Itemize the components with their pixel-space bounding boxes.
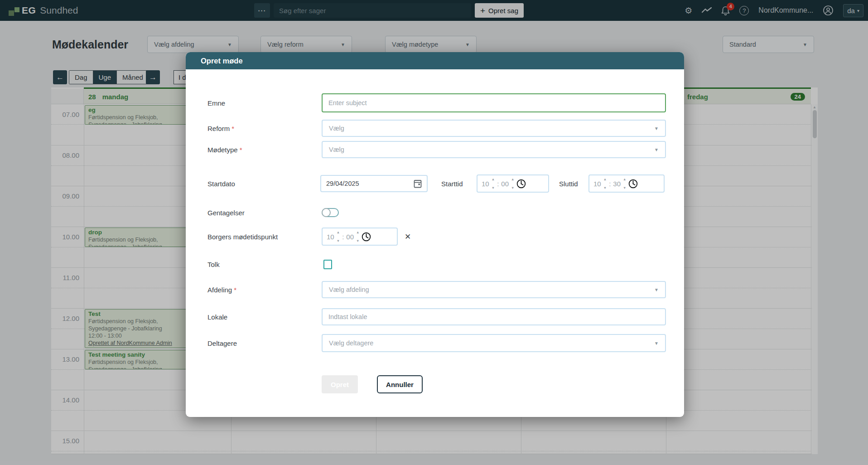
afdeling-placeholder: Vælg afdeling [329, 286, 369, 293]
gentagelser-label: Gentagelser [207, 209, 245, 217]
minute-stepper: ▲▼ [623, 177, 626, 190]
reform-label: Reform* [207, 125, 234, 132]
borgers-hour[interactable]: 10 [327, 233, 334, 241]
create-meeting-modal: Opret møde Emne Reform* Vælg ▼ Mødetype*… [186, 52, 684, 417]
afdeling-dropdown[interactable]: Vælg afdeling ▼ [322, 281, 666, 298]
spin-down-icon[interactable]: ▼ [623, 186, 626, 190]
deltagere-dropdown[interactable]: Vælg deltagere ▼ [322, 334, 666, 352]
chevron-down-icon: ▼ [654, 126, 659, 131]
clock-icon[interactable] [362, 232, 371, 242]
startdato-input[interactable]: 29/04/2025 [320, 175, 428, 192]
modal-title: Opret møde [186, 52, 684, 69]
reform-dropdown[interactable]: Vælg ▼ [322, 120, 666, 137]
spin-down-icon[interactable]: ▼ [511, 186, 514, 190]
field-row-emne: Emne [186, 93, 684, 112]
cancel-button[interactable]: Annuller [377, 375, 423, 393]
time-separator: : [342, 233, 344, 241]
spin-down-icon[interactable]: ▼ [337, 239, 340, 243]
startdato-label: Startdato [207, 180, 235, 188]
field-row-modetype: Mødetype* Vælg ▼ [186, 141, 684, 158]
spin-up-icon[interactable]: ▲ [337, 231, 340, 234]
emne-input[interactable] [322, 93, 666, 112]
deltagere-placeholder: Vælg deltagere [329, 339, 373, 347]
spin-down-icon[interactable]: ▼ [492, 186, 495, 190]
reform-placeholder: Vælg [329, 125, 344, 132]
lokale-label: Lokale [207, 313, 227, 321]
hour-stepper: ▲▼ [492, 177, 495, 190]
spin-up-icon[interactable]: ▲ [603, 178, 607, 181]
starttid-minute[interactable]: 00 [501, 180, 509, 188]
sluttid-hour[interactable]: 10 [593, 180, 601, 188]
required-marker: * [240, 146, 242, 154]
required-marker: * [234, 286, 236, 294]
chevron-down-icon: ▼ [654, 287, 659, 292]
spin-up-icon[interactable]: ▲ [356, 231, 359, 234]
starttid-input[interactable]: 10 ▲▼ : 00 ▲▼ [477, 174, 549, 193]
afdeling-label: Afdeling* [207, 286, 236, 294]
spin-up-icon[interactable]: ▲ [623, 178, 626, 181]
calendar-icon[interactable] [414, 179, 422, 188]
required-marker: * [231, 125, 234, 132]
modetype-label: Mødetype* [207, 146, 242, 154]
borgers-time-input[interactable]: 10 ▲▼ : 00 ▲▼ [322, 228, 398, 246]
field-row-lokale: Lokale [186, 308, 684, 325]
field-row-borgers: Borgers mødetidspunkt 10 ▲▼ : 00 ▲▼ ✕ [186, 227, 684, 246]
sluttid-input[interactable]: 10 ▲▼ : 30 ▲▼ [588, 174, 665, 193]
emne-label: Emne [207, 99, 225, 107]
starttid-label: Starttid [441, 180, 463, 188]
time-separator: : [497, 180, 499, 188]
modal-actions: Opret Annuller [186, 375, 684, 393]
clear-borgers-time-icon[interactable]: ✕ [405, 232, 411, 242]
spin-down-icon[interactable]: ▼ [356, 239, 359, 243]
time-separator: : [609, 180, 611, 188]
gentagelser-toggle[interactable] [322, 208, 339, 217]
chevron-down-icon: ▼ [654, 341, 659, 346]
field-row-afdeling: Afdeling* Vælg afdeling ▼ [186, 281, 684, 298]
app-root: EG Sundhed ··· + Opret sag ⚙ 4 ? NordKom… [0, 0, 868, 465]
borgers-minute[interactable]: 00 [346, 233, 354, 241]
chevron-down-icon: ▼ [654, 147, 659, 152]
lokale-input[interactable] [322, 308, 666, 325]
modetype-placeholder: Vælg [329, 146, 344, 153]
field-row-reform: Reform* Vælg ▼ [186, 120, 684, 137]
borgers-label: Borgers mødetidspunkt [207, 233, 278, 241]
clock-icon[interactable] [628, 179, 638, 189]
minute-stepper: ▲▼ [511, 177, 514, 190]
startdato-value: 29/04/2025 [326, 180, 359, 187]
field-row-deltagere: Deltagere Vælg deltagere ▼ [186, 334, 684, 352]
field-row-gentagelser: Gentagelser [186, 208, 684, 218]
clock-icon[interactable] [516, 179, 526, 189]
hour-stepper: ▲▼ [337, 230, 340, 243]
starttid-hour[interactable]: 10 [482, 180, 489, 188]
hour-stepper: ▲▼ [603, 177, 607, 190]
tolk-label: Tolk [207, 261, 220, 268]
toggle-knob [322, 208, 331, 217]
sluttid-minute[interactable]: 30 [613, 180, 621, 188]
field-row-dates: Startdato 29/04/2025 Starttid 10 ▲▼ : 00… [186, 174, 684, 193]
minute-stepper: ▲▼ [356, 230, 359, 243]
modetype-dropdown[interactable]: Vælg ▼ [322, 141, 666, 158]
spin-up-icon[interactable]: ▲ [492, 178, 495, 181]
deltagere-label: Deltagere [207, 339, 237, 347]
spin-up-icon[interactable]: ▲ [511, 178, 514, 181]
tolk-checkbox[interactable] [323, 260, 332, 269]
field-row-tolk: Tolk [186, 259, 684, 270]
spin-down-icon[interactable]: ▼ [603, 186, 607, 190]
sluttid-label: Sluttid [559, 180, 578, 188]
create-button[interactable]: Opret [322, 375, 358, 393]
